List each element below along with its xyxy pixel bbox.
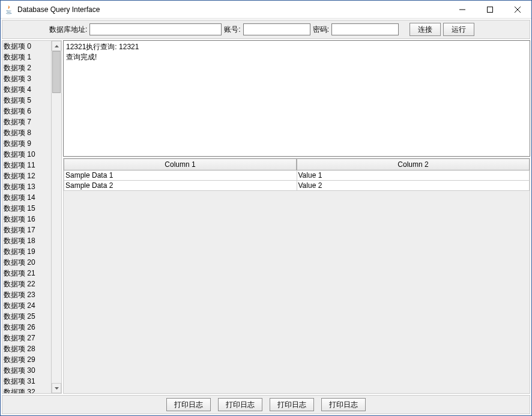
svg-rect-1 [488, 7, 493, 12]
password-input[interactable] [331, 23, 399, 35]
list-item[interactable]: 数据项 19 [2, 246, 51, 257]
list-item[interactable]: 数据项 25 [2, 311, 51, 322]
toolbar: 数据库地址: 账号: 密码: 连接 运行 [2, 20, 530, 39]
list-item[interactable]: 数据项 17 [2, 225, 51, 235]
account-input[interactable] [243, 23, 310, 35]
connect-button[interactable]: 连接 [410, 23, 441, 36]
scroll-up-button[interactable] [52, 41, 61, 51]
list-item[interactable]: 数据项 12 [2, 170, 51, 181]
db-address-label: 数据库地址: [49, 25, 87, 35]
list-item[interactable]: 数据项 14 [2, 192, 51, 203]
list-item[interactable]: 数据项 18 [2, 235, 51, 246]
list-item[interactable]: 数据项 29 [2, 354, 51, 365]
print-log-button[interactable]: 打印日志 [218, 398, 262, 411]
right-pane: 12321执行查询: 12321 查询完成! Column 1Column 2 … [63, 40, 530, 394]
list-item[interactable]: 数据项 4 [2, 84, 51, 95]
titlebar: Database Query Interface [1, 1, 531, 19]
run-button[interactable]: 运行 [443, 23, 474, 36]
window-title: Database Query Interface [17, 5, 449, 14]
result-table: Column 1Column 2 Sample Data 1Value 1Sam… [63, 158, 530, 394]
bottom-bar: 打印日志打印日志打印日志打印日志 [2, 395, 530, 414]
list-item[interactable]: 数据项 22 [2, 279, 51, 289]
list-item[interactable]: 数据项 9 [2, 138, 51, 149]
list-item[interactable]: 数据项 20 [2, 257, 51, 268]
column-header[interactable]: Column 2 [297, 158, 530, 170]
svg-marker-4 [55, 45, 59, 47]
table-cell: Sample Data 1 [64, 170, 297, 181]
db-address-input[interactable] [89, 23, 222, 35]
sidebar: 数据项 0数据项 1数据项 2数据项 3数据项 4数据项 5数据项 6数据项 7… [2, 40, 62, 394]
list-item[interactable]: 数据项 1 [2, 52, 51, 62]
print-log-button[interactable]: 打印日志 [270, 398, 314, 411]
print-log-button[interactable]: 打印日志 [321, 398, 366, 411]
table-body: Sample Data 1Value 1Sample Data 2Value 2 [64, 170, 530, 393]
print-log-button[interactable]: 打印日志 [166, 398, 211, 411]
list-item[interactable]: 数据项 32 [2, 387, 51, 393]
minimize-button[interactable] [449, 1, 476, 19]
maximize-button[interactable] [476, 1, 504, 19]
list-item[interactable]: 数据项 15 [2, 203, 51, 214]
table-row[interactable]: Sample Data 1Value 1 [64, 170, 530, 181]
list-item[interactable]: 数据项 3 [2, 73, 51, 84]
list-item[interactable]: 数据项 13 [2, 181, 51, 192]
app-window: Database Query Interface 数据库地址: 账号: 密码: … [0, 0, 532, 416]
list-item[interactable]: 数据项 27 [2, 333, 51, 343]
table-cell: Value 1 [297, 170, 530, 181]
svg-marker-5 [55, 387, 59, 390]
password-label: 密码: [313, 25, 329, 35]
list-item[interactable]: 数据项 28 [2, 343, 51, 354]
list-item[interactable]: 数据项 11 [2, 160, 51, 170]
account-label: 账号: [224, 25, 240, 35]
list-item[interactable]: 数据项 31 [2, 376, 51, 387]
list-item[interactable]: 数据项 21 [2, 268, 51, 279]
list-item[interactable]: 数据项 30 [2, 365, 51, 376]
scroll-track[interactable] [52, 51, 61, 383]
list-item[interactable]: 数据项 5 [2, 95, 51, 106]
close-button[interactable] [504, 1, 531, 19]
list-item[interactable]: 数据项 24 [2, 300, 51, 311]
log-output[interactable]: 12321执行查询: 12321 查询完成! [63, 40, 530, 157]
java-icon [4, 5, 14, 14]
list-item[interactable]: 数据项 2 [2, 62, 51, 73]
list-item[interactable]: 数据项 7 [2, 116, 51, 127]
table-row[interactable]: Sample Data 2Value 2 [64, 181, 530, 191]
list-item[interactable]: 数据项 23 [2, 289, 51, 300]
window-controls [449, 1, 531, 19]
table-cell: Sample Data 2 [64, 181, 297, 191]
sidebar-scrollbar[interactable] [51, 41, 61, 393]
column-header[interactable]: Column 1 [64, 158, 297, 170]
list-item[interactable]: 数据项 6 [2, 106, 51, 116]
list-item[interactable]: 数据项 16 [2, 214, 51, 225]
list-item[interactable]: 数据项 0 [2, 41, 51, 52]
list-item[interactable]: 数据项 10 [2, 149, 51, 160]
sidebar-list[interactable]: 数据项 0数据项 1数据项 2数据项 3数据项 4数据项 5数据项 6数据项 7… [2, 41, 51, 393]
main-area: 数据项 0数据项 1数据项 2数据项 3数据项 4数据项 5数据项 6数据项 7… [2, 40, 530, 394]
list-item[interactable]: 数据项 8 [2, 127, 51, 138]
scroll-down-button[interactable] [52, 383, 61, 393]
list-item[interactable]: 数据项 26 [2, 322, 51, 333]
table-cell: Value 2 [297, 181, 530, 191]
scroll-thumb[interactable] [52, 51, 61, 93]
table-header: Column 1Column 2 [64, 158, 530, 170]
